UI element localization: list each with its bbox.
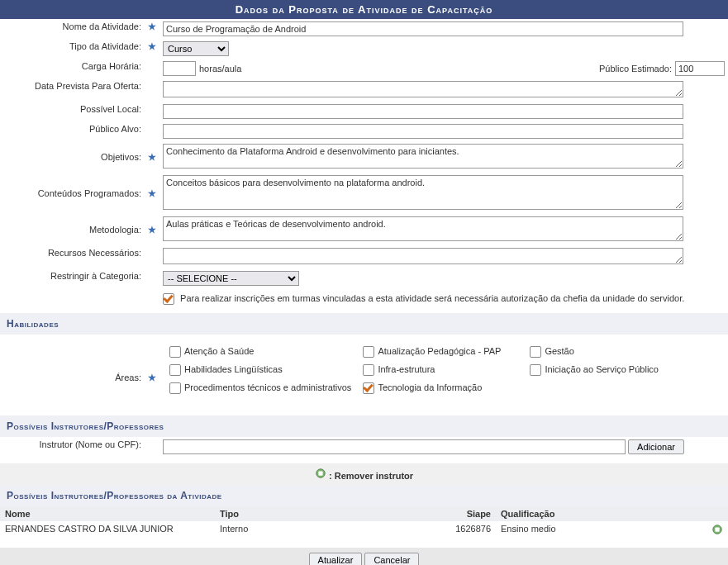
remove-instrutor-icon[interactable] [711,524,723,535]
svg-rect-3 [715,528,719,532]
label-publico-alvo: Público Alvo: [0,121,145,141]
label-instrutor-lookup: Instrutor (Nome ou CPF): [0,437,145,457]
svg-rect-1 [318,472,322,476]
table-row: ERNANDES CASTRO DA SILVA JUNIOR Interno … [0,521,728,539]
label-recursos: Recursos Necessários: [0,245,145,268]
area-tecnologia-checkbox[interactable] [363,382,374,394]
adicionar-button[interactable]: Adicionar [628,439,684,454]
conteudos-textarea[interactable]: Conceitos básicos para desenvolvimento n… [163,175,683,210]
carga-horaria-input[interactable] [163,61,196,76]
possivel-local-input[interactable] [163,104,683,119]
col-siape: Siape [446,506,496,521]
label-data-prevista: Data Prevista Para Oferta: [0,78,145,102]
col-qualificacao: Qualificação [496,506,707,521]
metodologia-textarea[interactable]: Aulas práticas e Teóricas de desenvolvim… [163,216,683,241]
label-carga-horaria: Carga Horária: [0,59,145,78]
tipo-atividade-select[interactable]: Curso [163,41,229,56]
atualizar-button[interactable]: Atualizar [309,553,363,565]
horas-aula-label: horas/aula [199,64,241,74]
label-nome-atividade: Nome da Atividade: [0,19,145,39]
area-linguisticas-checkbox[interactable] [169,364,181,376]
label-possivel-local: Possível Local: [0,102,145,121]
authorization-text: Para realizar inscrições em turmas vincu… [180,293,684,303]
area-procedimentos-checkbox[interactable] [169,382,181,394]
objetivos-textarea[interactable]: Conhecimento da Plataforma Android e des… [163,144,683,169]
area-gestao-checkbox[interactable] [530,346,541,358]
section-habilidades: Habilidades [0,313,728,335]
area-infraestrutura-checkbox[interactable] [363,364,374,376]
nome-atividade-input[interactable] [163,21,683,36]
label-objetivos: Objetivos: [0,141,145,173]
area-atencao-saude-checkbox[interactable] [169,346,181,358]
cell-nome: ERNANDES CASTRO DA SILVA JUNIOR [0,521,215,539]
label-metodologia: Metodologia: [0,214,145,245]
instrutor-lookup-input[interactable] [163,439,626,454]
col-tipo: Tipo [215,506,446,521]
cancelar-button[interactable]: Cancelar [364,553,419,565]
legend-row: : Remover instrutor [0,463,728,485]
label-areas: Áreas: [0,339,145,415]
area-atualizacao-checkbox[interactable] [363,346,374,358]
authorization-checkbox[interactable] [163,293,174,305]
section-instrutores-atividade: Possíveis Instrutores/Professores da Ati… [0,485,728,506]
publico-alvo-input[interactable] [163,124,683,139]
cell-siape: 1626876 [446,521,496,539]
data-prevista-input[interactable] [163,81,683,97]
button-row: Atualizar Cancelar [0,548,728,565]
page-title: Dados da Proposta de Atividade de Capaci… [0,0,728,19]
col-nome: Nome [0,506,215,521]
cell-qualificacao: Ensino medio [496,521,707,539]
label-conteudos: Conteúdos Programados: [0,173,145,214]
cell-tipo: Interno [215,521,446,539]
recursos-textarea[interactable] [163,248,683,264]
restringir-select[interactable]: -- SELECIONE -- [163,271,299,286]
label-restringir: Restringir à Categoria: [0,268,145,288]
label-tipo-atividade: Tipo da Atividade: [0,39,145,59]
section-instrutores: Possíveis Instrutores/Professores [0,415,728,437]
required-star: ★ [145,19,159,39]
publico-estimado-input[interactable] [675,61,725,76]
area-iniciacao-checkbox[interactable] [530,364,541,376]
trash-icon [315,468,326,479]
label-publico-estimado: Público Estimado: [599,64,672,74]
